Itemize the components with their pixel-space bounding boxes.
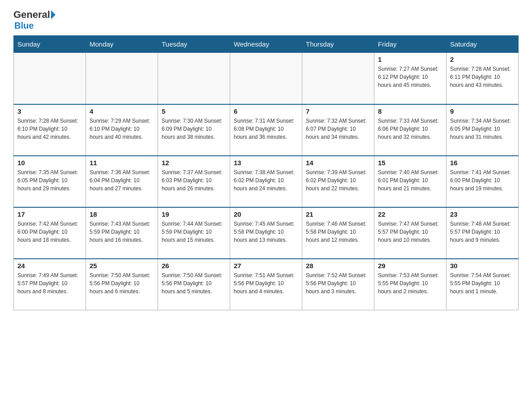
day-number: 5 (162, 107, 226, 115)
calendar-cell: 2Sunrise: 7:28 AM Sunset: 6:11 PM Daylig… (446, 53, 519, 104)
calendar-cell: 27Sunrise: 7:51 AM Sunset: 5:56 PM Dayli… (230, 259, 302, 310)
calendar-cell: 15Sunrise: 7:40 AM Sunset: 6:01 PM Dayli… (374, 156, 446, 207)
day-info: Sunrise: 7:33 AM Sunset: 6:06 PM Dayligh… (378, 117, 442, 141)
calendar-cell: 14Sunrise: 7:39 AM Sunset: 6:02 PM Dayli… (302, 156, 374, 207)
calendar-table: SundayMondayTuesdayWednesdayThursdayFrid… (13, 35, 519, 310)
day-number: 23 (450, 210, 515, 218)
day-info: Sunrise: 7:44 AM Sunset: 5:59 PM Dayligh… (162, 220, 226, 244)
calendar-cell (230, 53, 302, 104)
day-info: Sunrise: 7:29 AM Sunset: 6:10 PM Dayligh… (90, 117, 154, 141)
weekday-header-wednesday: Wednesday (230, 36, 302, 53)
day-info: Sunrise: 7:35 AM Sunset: 6:05 PM Dayligh… (17, 168, 82, 193)
day-info: Sunrise: 7:34 AM Sunset: 6:05 PM Dayligh… (450, 117, 515, 141)
calendar-cell: 9Sunrise: 7:34 AM Sunset: 6:05 PM Daylig… (446, 104, 519, 156)
day-number: 7 (306, 107, 370, 115)
day-number: 24 (17, 262, 82, 270)
calendar-cell: 24Sunrise: 7:49 AM Sunset: 5:57 PM Dayli… (14, 259, 86, 310)
calendar-cell: 7Sunrise: 7:32 AM Sunset: 6:07 PM Daylig… (302, 104, 374, 156)
day-number: 1 (378, 56, 442, 63)
day-info: Sunrise: 7:28 AM Sunset: 6:10 PM Dayligh… (17, 117, 82, 141)
day-info: Sunrise: 7:53 AM Sunset: 5:55 PM Dayligh… (378, 271, 442, 295)
calendar-cell: 22Sunrise: 7:47 AM Sunset: 5:57 PM Dayli… (374, 207, 446, 259)
day-info: Sunrise: 7:42 AM Sunset: 6:00 PM Dayligh… (17, 220, 82, 244)
day-info: Sunrise: 7:30 AM Sunset: 6:09 PM Dayligh… (162, 117, 226, 141)
day-info: Sunrise: 7:28 AM Sunset: 6:11 PM Dayligh… (450, 65, 515, 89)
calendar-cell: 25Sunrise: 7:50 AM Sunset: 5:56 PM Dayli… (86, 259, 158, 310)
calendar-cell: 17Sunrise: 7:42 AM Sunset: 6:00 PM Dayli… (14, 207, 86, 259)
day-info: Sunrise: 7:39 AM Sunset: 6:02 PM Dayligh… (306, 168, 370, 193)
day-info: Sunrise: 7:43 AM Sunset: 5:59 PM Dayligh… (90, 220, 154, 244)
day-number: 28 (306, 262, 370, 270)
day-info: Sunrise: 7:54 AM Sunset: 5:55 PM Dayligh… (450, 271, 515, 295)
calendar-cell: 6Sunrise: 7:31 AM Sunset: 6:08 PM Daylig… (230, 104, 302, 156)
day-number: 10 (17, 159, 82, 167)
calendar-cell: 26Sunrise: 7:50 AM Sunset: 5:56 PM Dayli… (158, 259, 230, 310)
logo-arrow-icon (51, 10, 56, 19)
day-info: Sunrise: 7:51 AM Sunset: 5:56 PM Dayligh… (234, 271, 298, 295)
day-number: 26 (162, 262, 226, 270)
day-info: Sunrise: 7:46 AM Sunset: 5:58 PM Dayligh… (306, 220, 370, 244)
calendar-cell (302, 53, 374, 104)
calendar-cell: 11Sunrise: 7:36 AM Sunset: 6:04 PM Dayli… (86, 156, 158, 207)
day-info: Sunrise: 7:27 AM Sunset: 6:12 PM Dayligh… (378, 65, 442, 89)
calendar-cell: 28Sunrise: 7:52 AM Sunset: 5:56 PM Dayli… (302, 259, 374, 310)
calendar-cell: 30Sunrise: 7:54 AM Sunset: 5:55 PM Dayli… (446, 259, 519, 310)
day-number: 19 (162, 210, 226, 218)
day-number: 30 (450, 262, 515, 270)
day-number: 29 (378, 262, 442, 270)
calendar-cell: 8Sunrise: 7:33 AM Sunset: 6:06 PM Daylig… (374, 104, 446, 156)
weekday-header-row: SundayMondayTuesdayWednesdayThursdayFrid… (14, 36, 519, 53)
calendar-week-row: 3Sunrise: 7:28 AM Sunset: 6:10 PM Daylig… (14, 104, 519, 156)
calendar-week-row: 1Sunrise: 7:27 AM Sunset: 6:12 PM Daylig… (14, 53, 519, 104)
calendar-cell: 3Sunrise: 7:28 AM Sunset: 6:10 PM Daylig… (14, 104, 86, 156)
calendar-cell: 4Sunrise: 7:29 AM Sunset: 6:10 PM Daylig… (86, 104, 158, 156)
day-info: Sunrise: 7:31 AM Sunset: 6:08 PM Dayligh… (234, 117, 298, 141)
day-number: 27 (234, 262, 298, 270)
logo-blue: Blue (14, 21, 34, 31)
weekday-header-friday: Friday (374, 36, 446, 53)
day-number: 16 (450, 159, 515, 167)
logo: General Blue (13, 9, 56, 31)
calendar-cell (14, 53, 86, 104)
calendar-cell (86, 53, 158, 104)
day-number: 3 (17, 107, 82, 115)
day-info: Sunrise: 7:49 AM Sunset: 5:57 PM Dayligh… (17, 271, 82, 295)
weekday-header-tuesday: Tuesday (158, 36, 230, 53)
day-number: 2 (450, 56, 515, 63)
day-number: 18 (90, 210, 154, 218)
day-number: 25 (90, 262, 154, 270)
calendar-week-row: 24Sunrise: 7:49 AM Sunset: 5:57 PM Dayli… (14, 259, 519, 310)
day-info: Sunrise: 7:32 AM Sunset: 6:07 PM Dayligh… (306, 117, 370, 141)
day-info: Sunrise: 7:52 AM Sunset: 5:56 PM Dayligh… (306, 271, 370, 295)
day-number: 8 (378, 107, 442, 115)
weekday-header-saturday: Saturday (446, 36, 519, 53)
calendar-cell: 16Sunrise: 7:41 AM Sunset: 6:00 PM Dayli… (446, 156, 519, 207)
day-info: Sunrise: 7:37 AM Sunset: 6:03 PM Dayligh… (162, 168, 226, 193)
calendar-cell: 19Sunrise: 7:44 AM Sunset: 5:59 PM Dayli… (158, 207, 230, 259)
calendar-cell: 20Sunrise: 7:45 AM Sunset: 5:58 PM Dayli… (230, 207, 302, 259)
day-number: 12 (162, 159, 226, 167)
day-number: 4 (90, 107, 154, 115)
calendar-cell: 18Sunrise: 7:43 AM Sunset: 5:59 PM Dayli… (86, 207, 158, 259)
day-number: 13 (234, 159, 298, 167)
calendar-cell: 5Sunrise: 7:30 AM Sunset: 6:09 PM Daylig… (158, 104, 230, 156)
day-number: 15 (378, 159, 442, 167)
weekday-header-thursday: Thursday (302, 36, 374, 53)
day-info: Sunrise: 7:40 AM Sunset: 6:01 PM Dayligh… (378, 168, 442, 193)
day-info: Sunrise: 7:36 AM Sunset: 6:04 PM Dayligh… (90, 168, 154, 193)
day-number: 11 (90, 159, 154, 167)
calendar-cell: 1Sunrise: 7:27 AM Sunset: 6:12 PM Daylig… (374, 53, 446, 104)
calendar-week-row: 17Sunrise: 7:42 AM Sunset: 6:00 PM Dayli… (14, 207, 519, 259)
calendar-cell (158, 53, 230, 104)
calendar-cell: 10Sunrise: 7:35 AM Sunset: 6:05 PM Dayli… (14, 156, 86, 207)
day-info: Sunrise: 7:41 AM Sunset: 6:00 PM Dayligh… (450, 168, 515, 193)
day-info: Sunrise: 7:48 AM Sunset: 5:57 PM Dayligh… (450, 220, 515, 244)
page-header: General Blue (13, 9, 519, 31)
day-number: 6 (234, 107, 298, 115)
calendar-cell: 21Sunrise: 7:46 AM Sunset: 5:58 PM Dayli… (302, 207, 374, 259)
logo-general: General (13, 9, 50, 21)
day-info: Sunrise: 7:45 AM Sunset: 5:58 PM Dayligh… (234, 220, 298, 244)
day-number: 17 (17, 210, 82, 218)
day-number: 22 (378, 210, 442, 218)
day-info: Sunrise: 7:50 AM Sunset: 5:56 PM Dayligh… (90, 271, 154, 295)
